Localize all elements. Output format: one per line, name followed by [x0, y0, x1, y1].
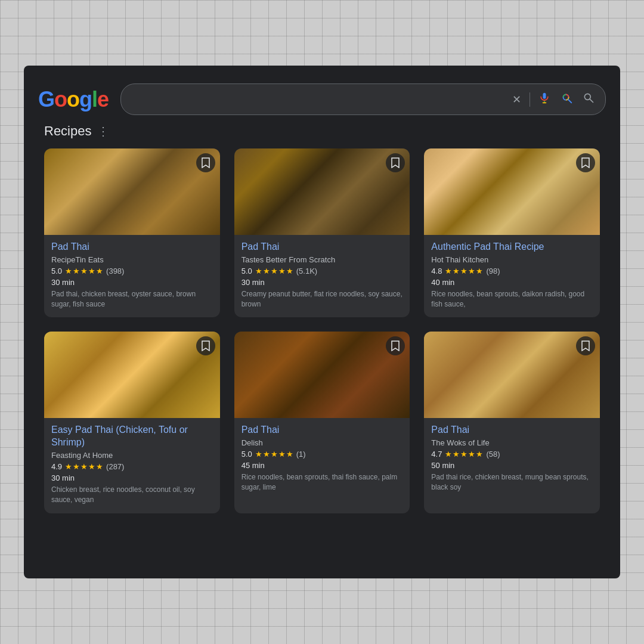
star-icon: ★	[445, 267, 452, 275]
recipe-rating: 4.7 ★★★★★ (58)	[431, 450, 593, 459]
recipe-image	[234, 332, 410, 418]
star-icon: ★	[445, 450, 452, 459]
image-search-button[interactable]	[559, 90, 574, 109]
recipe-image	[234, 148, 410, 235]
star-icon: ★	[453, 450, 460, 459]
svg-line-2	[568, 100, 572, 103]
recipe-title[interactable]: Pad Thai	[242, 241, 403, 253]
microphone-icon	[538, 92, 550, 107]
recipe-title[interactable]: Authentic Pad Thai Recipe	[431, 241, 593, 253]
recipe-title[interactable]: Pad Thai	[431, 424, 593, 436]
search-bar: pad thai ✕	[120, 83, 606, 115]
recipe-time: 45 min	[242, 461, 403, 470]
svg-rect-0	[543, 93, 546, 99]
star-icon: ★	[278, 267, 286, 275]
clear-button[interactable]: ✕	[511, 92, 522, 107]
recipe-rating: 4.8 ★★★★★ (98)	[431, 267, 593, 275]
recipe-time: 50 min	[431, 461, 593, 470]
stars-container: ★★★★★	[255, 450, 293, 459]
recipe-card-6[interactable]: Pad Thai The Woks of Life 4.7 ★★★★★ (58)…	[424, 332, 600, 513]
recipe-card-1[interactable]: Pad Thai RecipeTin Eats 5.0 ★★★★★ (398) …	[44, 148, 220, 317]
stars-container: ★★★★★	[445, 267, 483, 275]
rating-count: (398)	[106, 267, 124, 275]
recipe-image-container	[234, 332, 410, 418]
star-icon: ★	[73, 462, 80, 471]
recipe-source: Delish	[242, 438, 403, 447]
recipe-time: 30 min	[51, 473, 213, 482]
stars-container: ★★★★★	[445, 450, 483, 459]
rating-count: (58)	[486, 450, 500, 459]
stars-container: ★★★★★	[255, 267, 293, 275]
recipe-time: 30 min	[242, 278, 403, 287]
bookmark-button[interactable]	[196, 153, 215, 172]
rating-count: (5.1K)	[296, 267, 317, 275]
bookmark-button[interactable]	[196, 336, 215, 355]
recipe-info: Authentic Pad Thai Recipe Hot Thai Kitch…	[424, 235, 600, 317]
recipe-info: Pad Thai RecipeTin Eats 5.0 ★★★★★ (398) …	[44, 235, 220, 317]
recipe-ingredients: Rice noodles, bean sprouts, daikon radis…	[431, 289, 593, 309]
star-icon: ★	[453, 267, 460, 275]
recipe-ingredients: Creamy peanut butter, flat rice noodles,…	[242, 289, 403, 309]
recipe-title[interactable]: Easy Pad Thai (Chicken, Tofu or Shrimp)	[51, 424, 213, 449]
bookmark-button[interactable]	[576, 153, 595, 172]
star-icon: ★	[65, 462, 72, 471]
rating-score: 5.0	[242, 267, 252, 275]
star-icon: ★	[286, 267, 293, 275]
voice-search-button[interactable]	[537, 91, 552, 108]
recipe-source: Hot Thai Kitchen	[431, 255, 593, 264]
search-icon	[583, 92, 595, 107]
search-input[interactable]: pad thai	[131, 94, 505, 105]
divider	[530, 92, 530, 107]
recipe-time: 30 min	[51, 278, 213, 287]
recipe-image-container	[234, 148, 410, 235]
recipe-image-container	[424, 332, 600, 418]
rating-count: (1)	[296, 450, 306, 459]
search-submit-button[interactable]	[581, 91, 596, 108]
half-star-icon: ★	[476, 267, 483, 275]
recipe-source: Tastes Better From Scratch	[242, 255, 403, 264]
recipe-image-container	[424, 148, 600, 235]
rating-score: 4.9	[51, 462, 62, 471]
recipe-info: Pad Thai The Woks of Life 4.7 ★★★★★ (58)…	[424, 418, 600, 500]
rating-score: 4.8	[431, 267, 442, 275]
recipe-time: 40 min	[431, 278, 593, 287]
recipe-image	[44, 148, 220, 235]
recipe-card-4[interactable]: Easy Pad Thai (Chicken, Tofu or Shrimp) …	[44, 332, 220, 513]
recipe-rating: 4.9 ★★★★★ (287)	[51, 462, 213, 471]
star-icon: ★	[263, 267, 270, 275]
star-icon: ★	[460, 267, 467, 275]
recipe-card-5[interactable]: Pad Thai Delish 5.0 ★★★★★ (1) 45 min Ric…	[234, 332, 410, 513]
star-icon: ★	[271, 267, 278, 275]
star-icon: ★	[468, 267, 475, 275]
svg-line-4	[590, 99, 593, 102]
star-icon: ★	[271, 450, 278, 459]
star-icon: ★	[263, 450, 270, 459]
recipe-info: Easy Pad Thai (Chicken, Tofu or Shrimp) …	[44, 418, 220, 513]
google-logo: Google	[38, 87, 109, 112]
recipes-grid: Pad Thai RecipeTin Eats 5.0 ★★★★★ (398) …	[38, 148, 606, 513]
rating-count: (98)	[486, 267, 500, 275]
recipe-card-2[interactable]: Pad Thai Tastes Better From Scratch 5.0 …	[234, 148, 410, 317]
star-icon: ★	[65, 267, 72, 275]
recipe-ingredients: Chicken breast, rice noodles, coconut oi…	[51, 485, 213, 505]
recipe-image	[44, 332, 220, 418]
more-options-icon[interactable]: ⋮	[97, 124, 109, 138]
recipe-title[interactable]: Pad Thai	[242, 424, 403, 436]
recipes-section-title: Recipes	[44, 123, 91, 139]
header: Google pad thai ✕	[24, 78, 620, 123]
half-star-icon: ★	[96, 462, 103, 471]
rating-score: 5.0	[242, 450, 252, 459]
lens-icon	[560, 91, 573, 107]
recipe-image-container	[44, 332, 220, 418]
star-icon: ★	[468, 450, 475, 459]
search-icons: ✕	[511, 90, 596, 109]
recipe-card-3[interactable]: Authentic Pad Thai Recipe Hot Thai Kitch…	[424, 148, 600, 317]
recipe-source: The Woks of Life	[431, 438, 593, 447]
half-star-icon: ★	[476, 450, 483, 459]
recipe-ingredients: Pad thai rice, chicken breast, mung bean…	[431, 472, 593, 493]
star-icon: ★	[255, 267, 262, 275]
recipe-image	[424, 332, 600, 418]
recipe-title[interactable]: Pad Thai	[51, 241, 213, 253]
rating-score: 5.0	[51, 267, 62, 275]
stars-container: ★★★★★	[65, 462, 103, 471]
